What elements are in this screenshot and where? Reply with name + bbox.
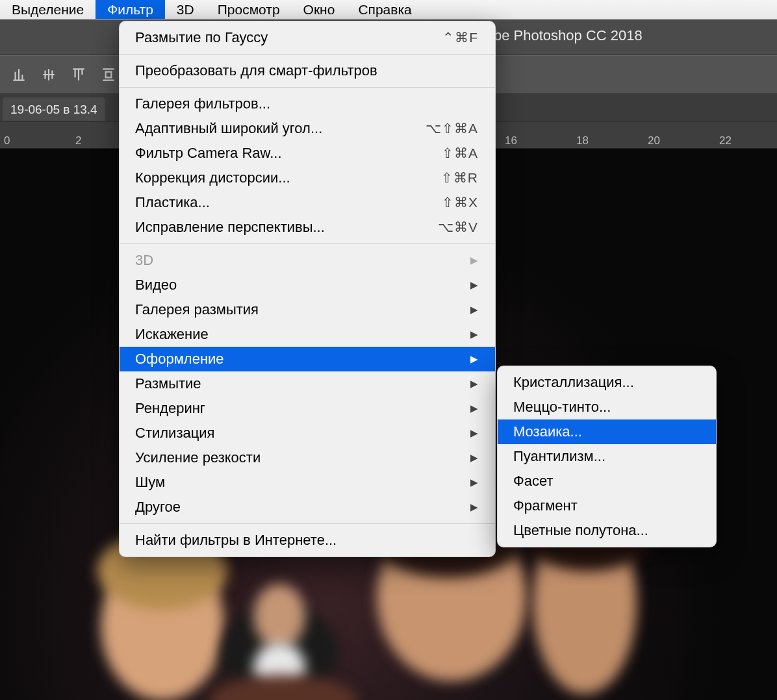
menubar-item-window[interactable]: Окно <box>292 0 347 19</box>
align-center-vert-icon[interactable] <box>40 66 57 83</box>
menu-item-distort-sub[interactable]: Искажение ▶ <box>120 322 495 347</box>
document-tab[interactable]: 19-06-05 в 13.4 <box>3 97 105 121</box>
filter-menu: Размытие по Гауссу ⌃⌘F Преобразовать для… <box>119 21 496 557</box>
menu-item-label: Пуантилизм... <box>513 448 605 465</box>
menu-item-shortcut: ⇧⌘R <box>441 170 478 186</box>
menu-item-shortcut: ⇧⌘X <box>442 195 478 210</box>
submenu-arrow-icon: ▶ <box>444 452 478 464</box>
menu-item-pixelate-sub[interactable]: Оформление ▶ <box>120 347 495 371</box>
menubar: Выделение Фильтр 3D Просмотр Окно Справк… <box>0 0 777 19</box>
menu-item-video-sub[interactable]: Видео ▶ <box>120 273 495 297</box>
menu-item-label: Стилизация <box>135 425 215 442</box>
menu-item-label: Размытие <box>135 375 201 392</box>
menu-item-label: Кристаллизация... <box>513 374 634 391</box>
menu-item-label: Видео <box>135 277 177 294</box>
menu-item-stylize-sub[interactable]: Стилизация ▶ <box>120 421 495 445</box>
menu-item-label: Цветные полутона... <box>513 522 648 539</box>
menubar-item-filter[interactable]: Фильтр <box>96 0 165 19</box>
menu-separator <box>120 87 495 88</box>
menubar-item-selection[interactable]: Выделение <box>0 0 96 19</box>
distribute-icon[interactable] <box>100 66 117 83</box>
align-top-icon[interactable] <box>70 66 87 83</box>
ruler-tick: 0 <box>4 134 10 147</box>
menu-item-shortcut: ⌃⌘F <box>442 30 478 45</box>
menu-item-label: Оформление <box>135 351 224 368</box>
menu-item-label: Галерея фильтров... <box>135 95 270 112</box>
menu-item-label: Адаптивный широкий угол... <box>135 120 322 137</box>
menu-item-label: Шум <box>135 474 165 491</box>
menu-item-adaptive-wide-angle[interactable]: Адаптивный широкий угол... ⌥⇧⌘A <box>120 116 495 141</box>
menu-item-label: Фрагмент <box>513 497 578 514</box>
submenu-item-pointillize[interactable]: Пуантилизм... <box>498 444 716 469</box>
pixelate-submenu: Кристаллизация... Меццо-тинто... Мозаика… <box>497 366 717 547</box>
submenu-arrow-icon: ▶ <box>444 353 478 365</box>
menu-item-other-sub[interactable]: Другое ▶ <box>120 495 495 519</box>
submenu-arrow-icon: ▶ <box>444 329 478 340</box>
menubar-item-help[interactable]: Справка <box>346 0 423 19</box>
menu-item-label: Найти фильтры в Интернете... <box>135 532 337 549</box>
menu-item-lens-correction[interactable]: Коррекция дисторсии... ⇧⌘R <box>120 166 495 190</box>
ruler-tick: 22 <box>719 134 732 147</box>
submenu-arrow-icon: ▶ <box>444 304 478 316</box>
menu-item-label: Коррекция дисторсии... <box>135 169 290 186</box>
menu-item-label: Искажение <box>135 326 209 343</box>
menu-separator <box>120 523 495 524</box>
menu-item-gaussian-blur[interactable]: Размытие по Гауссу ⌃⌘F <box>120 25 495 50</box>
menu-item-label: Усиление резкости <box>135 449 261 466</box>
app-title: be Photoshop CC 2018 <box>494 27 769 44</box>
submenu-arrow-icon: ▶ <box>444 427 478 439</box>
menu-item-label: Другое <box>135 499 181 516</box>
align-bottom-icon[interactable] <box>10 66 27 83</box>
menu-item-label: Рендеринг <box>135 400 205 417</box>
menu-item-shortcut: ⇧⌘A <box>442 145 478 161</box>
menu-item-blur-sub[interactable]: Размытие ▶ <box>120 371 495 396</box>
menu-item-noise-sub[interactable]: Шум ▶ <box>120 470 495 495</box>
submenu-item-color-halftone[interactable]: Цветные полутона... <box>498 518 716 543</box>
submenu-item-facet[interactable]: Фасет <box>498 469 716 494</box>
menu-item-label: Исправление перспективы... <box>135 219 325 236</box>
submenu-arrow-icon: ▶ <box>444 501 478 513</box>
menu-item-camera-raw[interactable]: Фильтр Camera Raw... ⇧⌘A <box>120 141 495 166</box>
photo-content <box>253 584 305 649</box>
menubar-item-view[interactable]: Просмотр <box>206 0 292 19</box>
submenu-arrow-icon: ▶ <box>444 279 478 291</box>
menu-item-label: Фильтр Camera Raw... <box>135 145 282 162</box>
menu-item-sharpen-sub[interactable]: Усиление резкости ▶ <box>120 445 495 470</box>
menu-item-liquify[interactable]: Пластика... ⇧⌘X <box>120 190 495 215</box>
menu-item-label: Галерея размытия <box>135 301 259 318</box>
submenu-arrow-icon: ▶ <box>444 255 478 266</box>
submenu-arrow-icon: ▶ <box>444 477 478 488</box>
menu-item-shortcut: ⌥⇧⌘A <box>426 121 478 136</box>
submenu-arrow-icon: ▶ <box>444 378 478 390</box>
menu-item-label: Меццо-тинто... <box>513 399 611 416</box>
menu-item-vanishing-point[interactable]: Исправление перспективы... ⌥⌘V <box>120 215 495 240</box>
ruler-tick: 16 <box>505 134 517 147</box>
ruler-tick: 20 <box>648 134 660 147</box>
menu-item-label: Фасет <box>513 473 554 490</box>
submenu-item-mosaic[interactable]: Мозаика... <box>498 419 716 444</box>
menu-item-blur-gallery-sub[interactable]: Галерея размытия ▶ <box>120 297 495 322</box>
menu-separator <box>120 54 495 55</box>
submenu-arrow-icon: ▶ <box>444 403 478 414</box>
menu-item-render-sub[interactable]: Рендеринг ▶ <box>120 396 495 421</box>
ruler-tick: 2 <box>75 134 81 147</box>
menu-item-convert-smart-filters[interactable]: Преобразовать для смарт-фильтров <box>120 58 495 83</box>
submenu-item-fragment[interactable]: Фрагмент <box>498 494 716 518</box>
menu-item-label: Мозаика... <box>513 423 582 440</box>
ruler-tick: 18 <box>576 134 589 147</box>
submenu-item-mezzotint[interactable]: Меццо-тинто... <box>498 395 716 419</box>
menu-item-browse-filters-online[interactable]: Найти фильтры в Интернете... <box>120 528 495 553</box>
menu-item-label: Размытие по Гауссу <box>135 29 268 46</box>
menu-item-shortcut: ⌥⌘V <box>438 219 478 235</box>
menubar-item-3d[interactable]: 3D <box>165 0 206 19</box>
submenu-item-crystallize[interactable]: Кристаллизация... <box>498 370 716 395</box>
menu-item-label: Пластика... <box>135 194 210 211</box>
menu-item-filter-gallery[interactable]: Галерея фильтров... <box>120 92 495 116</box>
menu-item-label: Преобразовать для смарт-фильтров <box>135 62 377 79</box>
menu-separator <box>120 244 495 244</box>
menu-item-3d-sub: 3D ▶ <box>120 248 495 273</box>
menu-item-label: 3D <box>135 252 153 269</box>
